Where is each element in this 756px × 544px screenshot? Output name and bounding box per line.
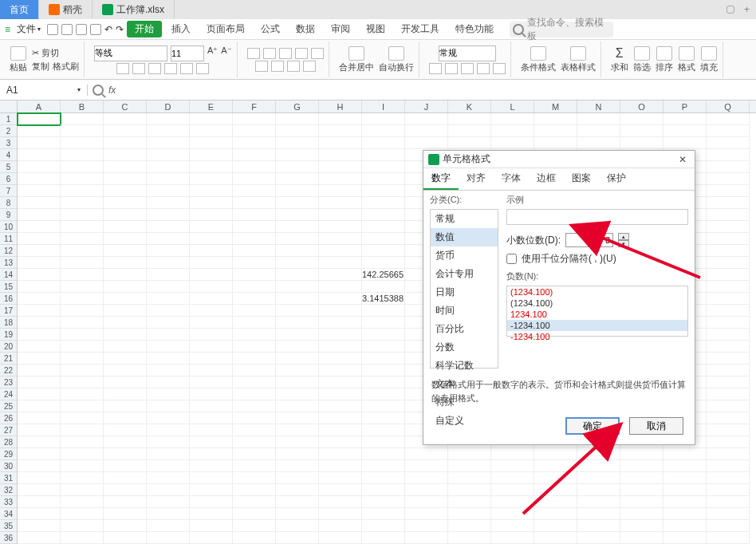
cell[interactable]: [276, 388, 319, 400]
cell[interactable]: [707, 484, 750, 496]
cell[interactable]: [319, 484, 362, 496]
cell[interactable]: [18, 221, 61, 233]
cell[interactable]: [104, 388, 147, 400]
cell[interactable]: [233, 293, 276, 305]
format-painter-button[interactable]: 格式刷: [53, 61, 79, 73]
cell[interactable]: [61, 532, 104, 544]
cell[interactable]: [147, 329, 190, 341]
row-header[interactable]: 19: [0, 329, 17, 341]
column-header[interactable]: Q: [707, 101, 750, 112]
cell[interactable]: [233, 257, 276, 269]
cell[interactable]: [190, 424, 233, 436]
cell[interactable]: [534, 448, 577, 460]
cell[interactable]: [362, 365, 405, 376]
cell[interactable]: [534, 113, 577, 125]
cancel-button[interactable]: 取消: [629, 417, 683, 435]
cell[interactable]: [18, 269, 61, 281]
cell[interactable]: [319, 197, 362, 209]
cell[interactable]: [276, 185, 319, 197]
cell[interactable]: [147, 508, 190, 520]
cell[interactable]: [620, 532, 663, 544]
column-header[interactable]: L: [491, 101, 534, 112]
cell[interactable]: [319, 173, 362, 185]
cell[interactable]: [276, 173, 319, 185]
cell[interactable]: [577, 520, 620, 532]
row-header[interactable]: 3: [0, 137, 17, 149]
row-header[interactable]: 24: [0, 388, 17, 400]
negative-option[interactable]: (1234.100): [507, 286, 687, 298]
cell[interactable]: [663, 113, 707, 125]
cell[interactable]: [233, 448, 276, 460]
row-header[interactable]: 31: [0, 472, 17, 484]
cell[interactable]: [276, 305, 319, 317]
cell[interactable]: [534, 532, 577, 544]
cell[interactable]: [147, 412, 190, 424]
column-header[interactable]: P: [663, 101, 707, 112]
cell[interactable]: [61, 221, 104, 233]
cell[interactable]: [104, 365, 147, 376]
column-header[interactable]: B: [61, 101, 104, 112]
cell[interactable]: [362, 376, 405, 388]
category-item[interactable]: 百分比: [431, 320, 498, 338]
cell[interactable]: [534, 520, 577, 532]
cell[interactable]: [147, 245, 190, 257]
row-header[interactable]: 6: [0, 173, 17, 185]
cell[interactable]: [18, 424, 61, 436]
cell[interactable]: [18, 412, 61, 424]
row-header[interactable]: 9: [0, 209, 17, 221]
row-header[interactable]: 21: [0, 353, 17, 365]
app-menu-icon[interactable]: ≡: [5, 24, 10, 35]
menu-item[interactable]: 审阅: [325, 21, 356, 37]
cell[interactable]: [707, 353, 750, 365]
cell[interactable]: [104, 125, 147, 137]
cell[interactable]: [18, 125, 61, 137]
cell[interactable]: [190, 269, 233, 281]
percent-icon[interactable]: [445, 63, 458, 74]
cell[interactable]: [362, 113, 405, 125]
cell[interactable]: [61, 400, 104, 412]
cell[interactable]: [18, 317, 61, 329]
cell[interactable]: [233, 520, 276, 532]
italic-icon[interactable]: [132, 63, 145, 74]
cell[interactable]: [190, 281, 233, 293]
cell[interactable]: [707, 281, 750, 293]
cell[interactable]: [276, 448, 319, 460]
toolbar-icon[interactable]: [76, 24, 87, 35]
cell[interactable]: [147, 436, 190, 448]
row-header[interactable]: 32: [0, 484, 17, 496]
cell[interactable]: [707, 424, 750, 436]
row-header[interactable]: 2: [0, 125, 17, 137]
cell[interactable]: [18, 173, 61, 185]
cell[interactable]: [147, 376, 190, 388]
cell[interactable]: [18, 460, 61, 472]
cell[interactable]: [319, 424, 362, 436]
cell[interactable]: [233, 113, 276, 125]
cell[interactable]: [233, 281, 276, 293]
cell[interactable]: [190, 532, 233, 544]
cell[interactable]: [707, 448, 750, 460]
cell[interactable]: [707, 329, 750, 341]
cell[interactable]: [190, 353, 233, 365]
cell[interactable]: [61, 424, 104, 436]
cell[interactable]: [491, 520, 534, 532]
window-control-icon[interactable]: [726, 6, 734, 14]
cell[interactable]: [448, 460, 491, 472]
cell[interactable]: [362, 257, 405, 269]
cell[interactable]: [233, 484, 276, 496]
cell[interactable]: [707, 496, 750, 508]
cell[interactable]: [61, 245, 104, 257]
cell[interactable]: [319, 149, 362, 161]
row-header[interactable]: 29: [0, 448, 17, 460]
cell[interactable]: [61, 412, 104, 424]
cell[interactable]: [707, 233, 750, 245]
currency-icon[interactable]: [429, 63, 442, 74]
cell[interactable]: [147, 293, 190, 305]
cell[interactable]: [147, 305, 190, 317]
cell[interactable]: [233, 400, 276, 412]
column-header[interactable]: M: [534, 101, 577, 112]
indent-right-icon[interactable]: [311, 48, 324, 59]
cell[interactable]: [319, 460, 362, 472]
cell[interactable]: [491, 125, 534, 137]
cell[interactable]: [319, 472, 362, 484]
row-header[interactable]: 18: [0, 317, 17, 329]
